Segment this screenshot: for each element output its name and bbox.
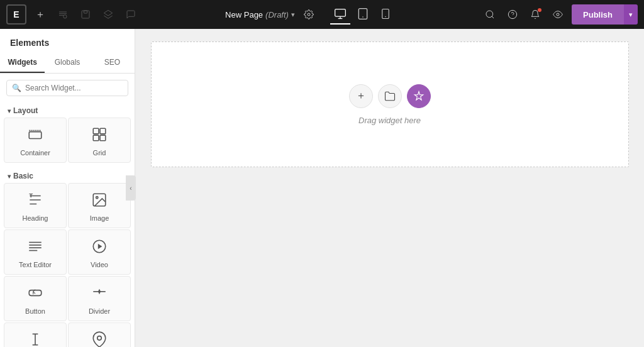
- sidebar-collapse-button[interactable]: ‹: [126, 175, 136, 201]
- canvas-ai-button[interactable]: [407, 84, 431, 108]
- widget-image[interactable]: Image: [68, 183, 131, 228]
- widget-heading[interactable]: T Heading: [4, 183, 67, 228]
- sidebar: Elements Widgets Globals SEO 🔍 ▾ Layout: [0, 29, 135, 347]
- desktop-view-button[interactable]: [330, 4, 350, 25]
- svg-rect-4: [82, 11, 89, 18]
- notifications-button[interactable]: [526, 6, 544, 23]
- container-icon: [27, 126, 43, 145]
- page-title-chevron[interactable]: ▾: [291, 11, 295, 19]
- sidebar-container: Elements Widgets Globals SEO 🔍 ▾ Layout: [0, 29, 135, 347]
- publish-btn-group: Publish ▾: [572, 4, 638, 25]
- svg-rect-20: [29, 132, 42, 139]
- video-icon: [91, 238, 108, 257]
- widget-video-label: Video: [91, 261, 108, 268]
- tablet-view-button[interactable]: [353, 4, 373, 25]
- svg-line-16: [492, 16, 494, 18]
- svg-rect-22: [93, 128, 99, 134]
- page-title-area: New Page (Draft) ▾: [225, 10, 295, 19]
- svg-marker-34: [98, 244, 103, 250]
- topbar: E ＋ New Page (Draft) ▾: [0, 0, 644, 29]
- svg-marker-41: [98, 292, 101, 294]
- svg-point-45: [97, 336, 102, 341]
- basic-chevron: ▾: [8, 173, 11, 180]
- search-box: 🔍: [0, 74, 135, 102]
- canvas-add-button[interactable]: ＋: [349, 84, 373, 108]
- device-switcher: [330, 4, 396, 25]
- mobile-view-button[interactable]: [375, 4, 396, 25]
- canvas-folder-button[interactable]: [378, 84, 402, 108]
- canvas-page: ＋ Drag widget here: [151, 41, 629, 167]
- svg-rect-5: [84, 11, 87, 13]
- heading-icon: T: [27, 192, 43, 211]
- basic-section-label: ▾ Basic: [0, 168, 135, 183]
- widget-divider-label: Divider: [89, 307, 110, 315]
- save-button[interactable]: [77, 6, 94, 23]
- add-button[interactable]: ＋: [31, 6, 49, 23]
- svg-point-19: [557, 13, 559, 16]
- layers-button[interactable]: [99, 6, 117, 23]
- svg-point-7: [308, 13, 310, 16]
- help-button[interactable]: [504, 6, 521, 23]
- widget-heading-label: Heading: [23, 214, 48, 222]
- notification-dot: [538, 8, 541, 12]
- svg-rect-23: [100, 128, 106, 134]
- widget-google-maps[interactable]: Google Maps: [68, 322, 131, 347]
- publish-dropdown-button[interactable]: ▾: [624, 4, 638, 25]
- search-button[interactable]: [481, 6, 499, 23]
- canvas-actions: ＋: [349, 84, 431, 108]
- widget-button[interactable]: Button: [4, 276, 67, 321]
- publish-button[interactable]: Publish: [572, 4, 624, 25]
- svg-point-15: [486, 11, 493, 18]
- svg-point-28: [96, 197, 98, 199]
- search-input[interactable]: [25, 84, 123, 92]
- preview-button[interactable]: [549, 6, 567, 23]
- sidebar-tabs: Widgets Globals SEO: [0, 53, 135, 74]
- widget-divider[interactable]: Divider: [68, 276, 131, 321]
- history-button[interactable]: [54, 6, 72, 23]
- widget-container[interactable]: Container: [4, 118, 67, 163]
- svg-rect-25: [100, 135, 106, 141]
- layout-widget-grid: Container Grid: [0, 118, 135, 163]
- widget-text-editor[interactable]: Text Editor: [4, 229, 67, 275]
- widget-text-editor-label: Text Editor: [19, 261, 52, 268]
- search-icon: 🔍: [12, 84, 21, 92]
- tab-globals[interactable]: Globals: [45, 53, 89, 73]
- tab-seo[interactable]: SEO: [90, 53, 135, 73]
- svg-rect-8: [335, 9, 346, 17]
- google-maps-icon: [91, 331, 108, 347]
- svg-rect-24: [93, 135, 99, 141]
- widget-container-label: Container: [20, 149, 50, 157]
- svg-point-17: [508, 10, 516, 18]
- divider-icon: [91, 285, 108, 304]
- widget-spacer[interactable]: Spacer: [4, 322, 67, 347]
- basic-widget-grid: T Heading Image: [0, 183, 135, 347]
- drag-widget-text: Drag widget here: [358, 116, 421, 125]
- widget-video[interactable]: Video: [68, 229, 131, 275]
- svg-marker-40: [98, 289, 101, 292]
- page-settings-button[interactable]: [300, 6, 318, 23]
- sidebar-header: Elements: [0, 29, 135, 48]
- logo-button[interactable]: E: [6, 4, 26, 25]
- search-input-wrapper: 🔍: [6, 80, 128, 96]
- spacer-icon: [27, 331, 43, 347]
- grid-icon: [91, 126, 108, 145]
- topbar-right: Publish ▾: [481, 4, 638, 25]
- image-icon: [91, 192, 108, 211]
- canvas-area: ＋ Drag widget here: [135, 29, 644, 347]
- comments-button[interactable]: [122, 6, 140, 23]
- layout-section-label: ▾ Layout: [0, 102, 135, 118]
- button-icon: [27, 285, 43, 304]
- widget-grid[interactable]: Grid: [68, 118, 131, 163]
- tab-widgets[interactable]: Widgets: [0, 53, 45, 73]
- svg-rect-35: [29, 290, 42, 296]
- layout-chevron: ▾: [8, 107, 11, 114]
- svg-marker-6: [104, 10, 112, 16]
- svg-text:T: T: [29, 192, 33, 199]
- svg-point-3: [64, 15, 67, 18]
- widget-grid-label: Grid: [93, 149, 106, 157]
- widget-image-label: Image: [90, 214, 109, 222]
- sidebar-scroll: ▾ Layout Container: [0, 102, 135, 347]
- widget-button-label: Button: [25, 307, 45, 315]
- page-status: (Draft): [265, 10, 289, 19]
- main-area: Elements Widgets Globals SEO 🔍 ▾ Layout: [0, 29, 644, 347]
